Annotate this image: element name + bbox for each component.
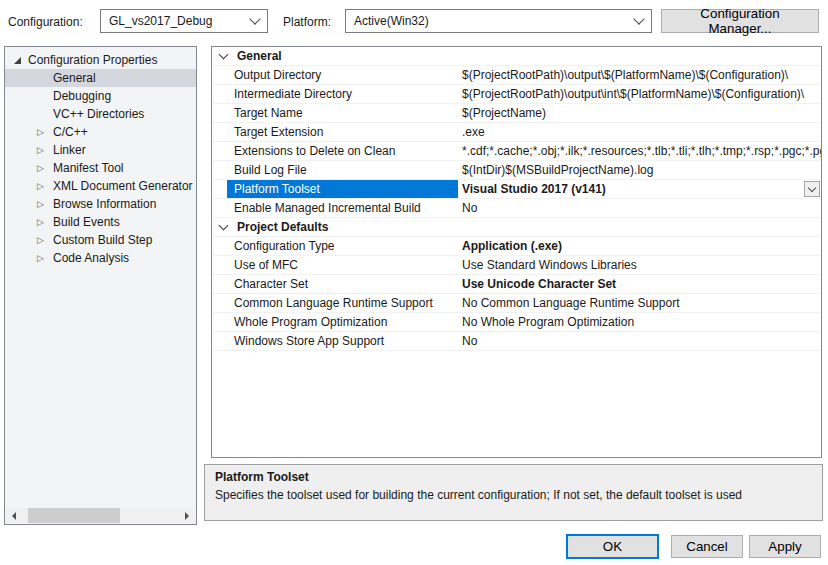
section-header-general[interactable]: General <box>212 47 821 66</box>
property-row-whole-program-optimization[interactable]: Whole Program OptimizationNo Whole Progr… <box>212 313 821 332</box>
section-header-project-defaults[interactable]: Project Defaults <box>212 218 821 237</box>
tree-item-manifest-tool[interactable]: ▷Manifest Tool <box>5 159 196 177</box>
value-dropdown-button[interactable] <box>804 181 820 197</box>
tree-item-code-analysis[interactable]: ▷Code Analysis <box>5 249 196 267</box>
scroll-right-arrow[interactable] <box>179 508 195 523</box>
property-value[interactable]: Visual Studio 2017 (v141) <box>458 180 821 198</box>
collapse-chevron-icon[interactable] <box>219 49 229 59</box>
property-row-enable-managed-incremental-build[interactable]: Enable Managed Incremental BuildNo <box>212 199 821 218</box>
property-name[interactable]: Windows Store App Support <box>227 332 458 350</box>
property-name[interactable]: Configuration Type <box>227 237 458 255</box>
property-name[interactable]: Character Set <box>227 275 458 293</box>
property-description-panel: Platform Toolset Specifies the toolset u… <box>204 464 823 521</box>
property-name[interactable]: Enable Managed Incremental Build <box>227 199 458 217</box>
tree-item-label: Browse Information <box>53 197 156 211</box>
tree-item-build-events[interactable]: ▷Build Events <box>5 213 196 231</box>
tree-item-debugging[interactable]: Debugging <box>5 87 196 105</box>
property-row-build-log-file[interactable]: Build Log File$(IntDir)$(MSBuildProjectN… <box>212 161 821 180</box>
row-gutter <box>212 123 227 141</box>
tree-item-general[interactable]: General <box>5 69 196 87</box>
property-value[interactable]: *.cdf;*.cache;*.obj;*.ilk;*.resources;*.… <box>458 142 821 160</box>
property-value[interactable]: $(ProjectRootPath)\output\int\$(Platform… <box>458 85 821 103</box>
expand-arrow-icon[interactable]: ▷ <box>37 200 53 209</box>
expand-arrow-icon[interactable]: ▷ <box>37 146 53 155</box>
row-gutter <box>212 180 227 198</box>
tree-item-linker[interactable]: ▷Linker <box>5 141 196 159</box>
property-value[interactable]: $(ProjectRootPath)\output\$(PlatformName… <box>458 66 821 84</box>
property-name[interactable]: Whole Program Optimization <box>227 313 458 331</box>
tree-item-label: VC++ Directories <box>53 107 144 121</box>
property-row-target-extension[interactable]: Target Extension.exe <box>212 123 821 142</box>
property-value[interactable]: No Common Language Runtime Support <box>458 294 821 312</box>
property-name[interactable]: Target Extension <box>227 123 458 141</box>
row-gutter <box>212 256 227 274</box>
row-gutter <box>212 104 227 122</box>
property-name[interactable]: Common Language Runtime Support <box>227 294 458 312</box>
tree-item-label: C/C++ <box>53 125 88 139</box>
property-row-use-of-mfc[interactable]: Use of MFCUse Standard Windows Libraries <box>212 256 821 275</box>
scroll-left-arrow[interactable] <box>6 508 22 523</box>
property-row-intermediate-directory[interactable]: Intermediate Directory$(ProjectRootPath)… <box>212 85 821 104</box>
platform-label: Platform: <box>283 15 331 29</box>
expand-arrow-icon[interactable]: ▷ <box>37 164 53 173</box>
tree-item-c-c[interactable]: ▷C/C++ <box>5 123 196 141</box>
collapse-chevron-icon[interactable] <box>219 220 229 230</box>
tree-item-vc-directories[interactable]: VC++ Directories <box>5 105 196 123</box>
property-value[interactable]: No <box>458 332 821 350</box>
tree-item-label: Debugging <box>53 89 111 103</box>
expand-arrow-icon[interactable]: ▷ <box>37 218 53 227</box>
property-value[interactable]: Application (.exe) <box>458 237 821 255</box>
property-name[interactable]: Intermediate Directory <box>227 85 458 103</box>
property-row-character-set[interactable]: Character SetUse Unicode Character Set <box>212 275 821 294</box>
property-row-windows-store-app-support[interactable]: Windows Store App SupportNo <box>212 332 821 351</box>
scrollbar-thumb[interactable] <box>28 508 120 523</box>
tree-root-configuration-properties[interactable]: Configuration Properties <box>5 51 196 69</box>
property-name[interactable]: Output Directory <box>227 66 458 84</box>
right-arrow-icon <box>185 512 189 520</box>
property-value[interactable]: No <box>458 199 821 217</box>
row-gutter <box>212 275 227 293</box>
property-value[interactable]: Use Standard Windows Libraries <box>458 256 821 274</box>
property-value[interactable]: .exe <box>458 123 821 141</box>
expand-arrow-icon[interactable]: ▷ <box>37 182 53 191</box>
tree-expanded-icon[interactable] <box>14 57 21 64</box>
ok-button[interactable]: OK <box>566 534 659 559</box>
property-value[interactable]: $(IntDir)$(MSBuildProjectName).log <box>458 161 821 179</box>
expand-arrow-icon[interactable]: ▷ <box>37 128 53 137</box>
configuration-tree: Configuration Properties GeneralDebuggin… <box>4 46 197 525</box>
row-gutter <box>212 313 227 331</box>
expand-arrow-icon[interactable]: ▷ <box>37 254 53 263</box>
property-row-target-name[interactable]: Target Name$(ProjectName) <box>212 104 821 123</box>
scrollbar-track[interactable] <box>22 508 179 523</box>
configuration-manager-button[interactable]: Configuration Manager... <box>661 9 819 33</box>
section-title: General <box>237 49 282 63</box>
apply-button[interactable]: Apply <box>749 535 821 558</box>
property-name[interactable]: Build Log File <box>227 161 458 179</box>
property-name[interactable]: Platform Toolset <box>227 180 458 198</box>
property-name[interactable]: Extensions to Delete on Clean <box>227 142 458 160</box>
platform-dropdown[interactable]: Active(Win32) <box>345 9 652 33</box>
description-text: Specifies the toolset used for building … <box>215 488 812 502</box>
property-row-common-language-runtime-support[interactable]: Common Language Runtime SupportNo Common… <box>212 294 821 313</box>
property-name[interactable]: Target Name <box>227 104 458 122</box>
property-value[interactable]: $(ProjectName) <box>458 104 821 122</box>
property-row-configuration-type[interactable]: Configuration TypeApplication (.exe) <box>212 237 821 256</box>
property-row-extensions-to-delete-on-clean[interactable]: Extensions to Delete on Clean*.cdf;*.cac… <box>212 142 821 161</box>
expand-arrow-icon[interactable]: ▷ <box>37 236 53 245</box>
property-value[interactable]: No Whole Program Optimization <box>458 313 821 331</box>
platform-dropdown-value: Active(Win32) <box>354 14 429 28</box>
tree-item-xml-document-generator[interactable]: ▷XML Document Generator <box>5 177 196 195</box>
tree-item-label: XML Document Generator <box>53 179 193 193</box>
configuration-dropdown[interactable]: GL_vs2017_Debug <box>100 9 268 33</box>
property-value[interactable]: Use Unicode Character Set <box>458 275 821 293</box>
configuration-dropdown-value: GL_vs2017_Debug <box>109 14 212 28</box>
horizontal-scrollbar[interactable] <box>6 508 195 523</box>
tree-item-label: Build Events <box>53 215 120 229</box>
tree-item-browse-information[interactable]: ▷Browse Information <box>5 195 196 213</box>
property-row-platform-toolset[interactable]: Platform ToolsetVisual Studio 2017 (v141… <box>212 180 821 199</box>
property-row-output-directory[interactable]: Output Directory$(ProjectRootPath)\outpu… <box>212 66 821 85</box>
property-name[interactable]: Use of MFC <box>227 256 458 274</box>
tree-item-custom-build-step[interactable]: ▷Custom Build Step <box>5 231 196 249</box>
cancel-button[interactable]: Cancel <box>671 535 743 558</box>
tree-item-label: Code Analysis <box>53 251 129 265</box>
